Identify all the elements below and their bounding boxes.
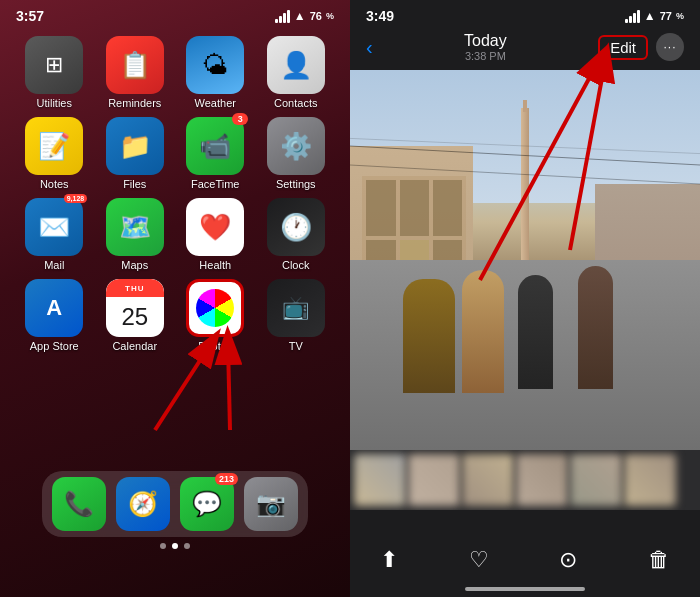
app-facetime[interactable]: 📹 3 FaceTime [177, 117, 254, 190]
app-maps[interactable]: 🗺️ Maps [97, 198, 174, 271]
utilities-label: Utilities [37, 97, 72, 109]
right-status-bar: 3:49 ▲ 77 % [350, 0, 700, 28]
safari-icon: 🧭 [116, 477, 170, 531]
health-label: Health [199, 259, 231, 271]
app-clock[interactable]: 🕐 Clock [258, 198, 335, 271]
thumb-4 [516, 454, 568, 506]
main-photo [350, 70, 700, 450]
facetime-label: FaceTime [191, 178, 240, 190]
bottom-toolbar: ⬆ ♡ ⊙ 🗑 [350, 537, 700, 597]
app-contacts[interactable]: 👤 Contacts [258, 36, 335, 109]
facetime-badge: 3 [232, 113, 248, 125]
thumbnail-strip [350, 450, 700, 510]
left-status-bar: 3:57 ▲ 76 % [0, 0, 350, 28]
app-mail[interactable]: ✉️ 9,128 Mail [16, 198, 93, 271]
thumb-5 [570, 454, 622, 506]
maps-icon: 🗺️ [106, 198, 164, 256]
more-button[interactable]: ··· [656, 33, 684, 61]
notes-icon: 📝 [25, 117, 83, 175]
back-button[interactable]: ‹ [366, 36, 373, 59]
photos-label: Photos [198, 340, 232, 352]
svg-line-5 [350, 165, 700, 184]
thumb-6 [624, 454, 676, 506]
camera-icon: 📷 [244, 477, 298, 531]
signal-icon [275, 10, 290, 23]
tv-label: TV [289, 340, 303, 352]
app-weather[interactable]: 🌤 Weather [177, 36, 254, 109]
tv-icon: 📺 [267, 279, 325, 337]
nav-actions: Edit ··· [598, 33, 684, 61]
thumb-2 [408, 454, 460, 506]
weather-icon: 🌤 [186, 36, 244, 94]
dot-3 [184, 543, 190, 549]
nav-subtitle: 3:38 PM [464, 50, 507, 62]
app-settings[interactable]: ⚙️ Settings [258, 117, 335, 190]
clock-icon: 🕐 [267, 198, 325, 256]
nav-title-text: Today [464, 32, 507, 50]
right-phone: 3:49 ▲ 77 % ‹ Today 3:38 PM Edit ··· [350, 0, 700, 597]
dock-messages[interactable]: 💬 213 [180, 477, 234, 531]
battery-icon: 76 [310, 10, 322, 22]
adjust-button[interactable]: ⊙ [559, 547, 577, 573]
app-appstore[interactable]: A App Store [16, 279, 93, 352]
messages-badge: 213 [215, 473, 238, 485]
dock: 📞 🧭 💬 213 📷 [42, 471, 308, 537]
trash-button[interactable]: 🗑 [648, 547, 670, 573]
facetime-icon: 📹 [186, 117, 244, 175]
app-files[interactable]: 📁 Files [97, 117, 174, 190]
right-status-icons: ▲ 77 % [625, 9, 684, 23]
dot-2 [172, 543, 178, 549]
page-dots [160, 543, 190, 549]
app-photos[interactable]: Photos [177, 279, 254, 352]
right-signal-icon [625, 10, 640, 23]
app-tv[interactable]: 📺 TV [258, 279, 335, 352]
files-label: Files [123, 178, 146, 190]
svg-line-4 [350, 146, 700, 165]
utilities-icon: ⊞ [25, 36, 83, 94]
contacts-label: Contacts [274, 97, 317, 109]
files-icon: 📁 [106, 117, 164, 175]
heart-button[interactable]: ♡ [469, 547, 489, 573]
more-icon: ··· [663, 40, 676, 54]
weather-label: Weather [195, 97, 236, 109]
left-status-icons: ▲ 76 % [275, 9, 334, 23]
right-time: 3:49 [366, 8, 394, 24]
messages-icon: 💬 [180, 477, 234, 531]
dock-phone[interactable]: 📞 [52, 477, 106, 531]
app-notes[interactable]: 📝 Notes [16, 117, 93, 190]
thumb-1 [354, 454, 406, 506]
calendar-icon: THU 25 [106, 279, 164, 337]
left-phone: 3:57 ▲ 76 % ⊞ Utilities [0, 0, 350, 597]
edit-button[interactable]: Edit [598, 35, 648, 60]
app-health[interactable]: ❤️ Health [177, 198, 254, 271]
app-grid: ⊞ Utilities 📋 Reminders 🌤 Weather [0, 28, 350, 360]
dot-1 [160, 543, 166, 549]
app-reminders[interactable]: 📋 Reminders [97, 36, 174, 109]
health-icon: ❤️ [186, 198, 244, 256]
mail-icon: ✉️ [25, 198, 83, 256]
share-button[interactable]: ⬆ [380, 547, 398, 573]
thumb-3 [462, 454, 514, 506]
calendar-label: Calendar [112, 340, 157, 352]
dock-camera[interactable]: 📷 [244, 477, 298, 531]
right-battery-icon: 77 [660, 10, 672, 22]
dock-safari[interactable]: 🧭 [116, 477, 170, 531]
phone-icon: 📞 [52, 477, 106, 531]
right-wifi-icon: ▲ [644, 9, 656, 23]
notes-label: Notes [40, 178, 69, 190]
wifi-icon: ▲ [294, 9, 306, 23]
reminders-icon: 📋 [106, 36, 164, 94]
app-calendar[interactable]: THU 25 Calendar [97, 279, 174, 352]
left-time: 3:57 [16, 8, 44, 24]
svg-line-6 [350, 138, 700, 153]
app-utilities[interactable]: ⊞ Utilities [16, 36, 93, 109]
settings-label: Settings [276, 178, 316, 190]
mail-label: Mail [44, 259, 64, 271]
maps-label: Maps [121, 259, 148, 271]
nav-bar: ‹ Today 3:38 PM Edit ··· [350, 28, 700, 70]
contacts-icon: 👤 [267, 36, 325, 94]
appstore-icon: A [25, 279, 83, 337]
mail-badge: 9,128 [64, 194, 88, 203]
reminders-label: Reminders [108, 97, 161, 109]
home-indicator [465, 587, 585, 591]
